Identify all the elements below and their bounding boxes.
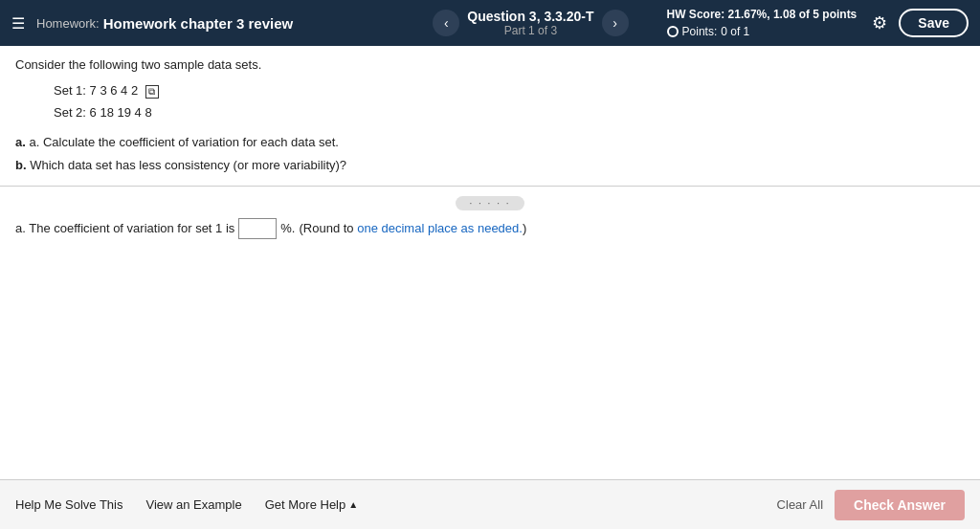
get-more-help-label: Get More Help	[265, 497, 346, 512]
question-info: Question 3, 3.3.20-T Part 1 of 3	[467, 9, 593, 37]
clear-all-button[interactable]: Clear All	[777, 497, 823, 512]
data-sets: Set 1: 7 3 6 4 2 ⧉ Set 2: 6 18 19 4 8	[54, 79, 965, 124]
answer-hint-blue: one decimal place as needed.	[357, 221, 523, 235]
instruction-b: b. Which data set has less consistency (…	[15, 155, 965, 176]
instructions: a. a. Calculate the coefficient of varia…	[15, 132, 965, 176]
percent-sign: %.	[280, 221, 295, 235]
homework-title: Homework chapter 3 review	[103, 15, 293, 32]
points-display: Points: 0 of 1	[667, 23, 858, 40]
view-example-button[interactable]: View an Example	[145, 497, 241, 512]
score-info: HW Score: 21.67%, 1.08 of 5 points Point…	[667, 6, 858, 40]
footer-left: Help Me Solve This View an Example Get M…	[15, 497, 777, 512]
get-more-help-button[interactable]: Get More Help ▲	[265, 497, 358, 512]
next-question-button[interactable]: ›	[602, 10, 629, 36]
help-me-solve-button[interactable]: Help Me Solve This	[15, 497, 122, 512]
prev-question-button[interactable]: ‹	[433, 10, 459, 36]
footer: Help Me Solve This View an Example Get M…	[0, 479, 980, 529]
set2-row: Set 2: 6 18 19 4 8	[54, 101, 965, 123]
hw-score: HW Score: 21.67%, 1.08 of 5 points	[667, 6, 858, 23]
question-title: Question 3, 3.3.20-T	[467, 9, 593, 24]
footer-right: Clear All Check Answer	[777, 490, 965, 520]
instruction-a: a. a. Calculate the coefficient of varia…	[15, 132, 965, 153]
check-answer-button[interactable]: Check Answer	[835, 490, 965, 520]
app-header: ☰ Homework: Homework chapter 3 review ‹ …	[0, 0, 980, 46]
settings-button[interactable]: ⚙	[872, 12, 887, 33]
set2-values: 6 18 19 4 8	[90, 105, 152, 120]
set1-row: Set 1: 7 3 6 4 2 ⧉	[54, 79, 965, 101]
section-divider	[0, 186, 980, 187]
set1-cv-input[interactable]	[238, 218, 277, 239]
collapse-dots[interactable]: · · · · ·	[456, 196, 523, 210]
set1-copy-icon[interactable]: ⧉	[145, 85, 159, 99]
menu-icon[interactable]: ☰	[11, 14, 25, 33]
set1-values: 7 3 6 4 2	[90, 83, 139, 98]
points-circle-icon	[667, 26, 679, 37]
question-part: Part 1 of 3	[467, 24, 593, 37]
answer-hint: (Round to one decimal place as needed.)	[299, 221, 526, 235]
homework-label: Homework:	[36, 16, 100, 31]
answer-prefix: a. The coefficient of variation for set …	[15, 221, 234, 235]
chevron-up-icon: ▲	[348, 499, 358, 510]
answer-line-a: a. The coefficient of variation for set …	[15, 218, 965, 239]
problem-intro: Consider the following two sample data s…	[15, 57, 965, 72]
question-nav: ‹ Question 3, 3.3.20-T Part 1 of 3 ›	[433, 9, 628, 37]
save-button[interactable]: Save	[899, 9, 969, 37]
collapse-handle[interactable]: · · · · ·	[0, 196, 980, 210]
main-content: Consider the following two sample data s…	[0, 46, 980, 479]
